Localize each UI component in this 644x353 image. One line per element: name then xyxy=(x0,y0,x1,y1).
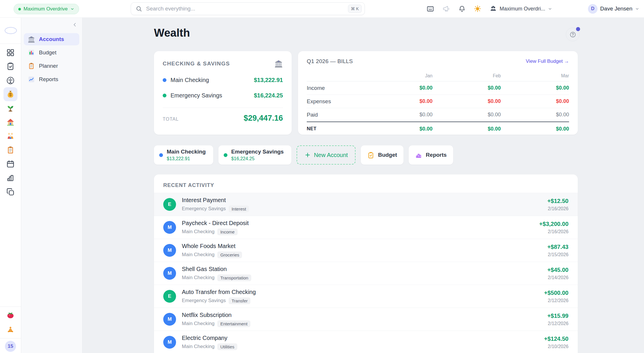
global-search[interactable]: ⌘ K xyxy=(131,2,365,15)
budget-button[interactable]: Budget xyxy=(361,145,403,165)
bills-header-row: Jan Feb Mar xyxy=(307,69,569,81)
rail-bar-chart-icon[interactable] xyxy=(6,173,15,183)
row-label: Income xyxy=(307,85,364,91)
theme-sun-icon[interactable] xyxy=(474,5,481,13)
cell-value: $0.00 xyxy=(501,126,569,132)
transaction-amount: +$45.00 xyxy=(547,267,568,273)
sidebar: Accounts Budget Planner Reports xyxy=(21,0,82,353)
column-header: Mar xyxy=(501,73,569,79)
account-chip-main-checking[interactable]: Main Checking $13,222.91 xyxy=(154,145,213,165)
transaction-date: 2/16/2026 xyxy=(539,229,568,234)
new-account-button[interactable]: New Account xyxy=(297,145,356,165)
rail-planner-clipboard-icon[interactable] xyxy=(6,145,15,155)
transaction-account: Emergency Savings xyxy=(182,298,226,304)
plus-icon xyxy=(304,152,311,158)
sidebar-collapse-button[interactable] xyxy=(72,22,78,28)
account-row[interactable]: Main Checking $13,222.91 xyxy=(163,77,283,83)
bills-card: Q1 2026 — BILLS View Full Budget → Jan F… xyxy=(298,51,578,135)
help-button[interactable] xyxy=(566,28,580,41)
workspace-label: Maximum Overdrive xyxy=(24,6,68,12)
org-switcher[interactable]: Maximum Overdri... xyxy=(489,5,552,13)
rail-wealth-moneybag-icon[interactable] xyxy=(3,87,17,101)
sidebar-item-planner[interactable]: Planner xyxy=(24,60,79,72)
icon-rail: 15 xyxy=(0,0,21,353)
rail-accessibility-icon[interactable] xyxy=(6,76,15,85)
rail-growth-seedling-icon[interactable] xyxy=(6,104,15,113)
column-header: Jan xyxy=(364,73,433,79)
workspace-pill[interactable]: Maximum Overdrive xyxy=(14,4,79,14)
column-header: Feb xyxy=(433,73,501,79)
reports-label: Reports xyxy=(426,152,447,158)
transaction-amount: +$500.00 xyxy=(544,290,568,296)
sidebar-nav: Accounts Budget Planner Reports xyxy=(24,33,79,87)
notifications-bell-icon[interactable] xyxy=(458,5,466,13)
account-avatar: M xyxy=(163,221,176,234)
category-tag: Transfer xyxy=(229,297,250,304)
row-label: Expenses xyxy=(307,98,364,105)
budget-chart-icon xyxy=(28,49,35,56)
rail-dashboard-grid-icon[interactable] xyxy=(6,48,15,57)
transaction-account: Main Checking xyxy=(182,344,214,350)
transaction-date: 2/10/2026 xyxy=(544,344,568,349)
account-balance: $16,224.25 xyxy=(231,156,284,161)
account-color-dot xyxy=(163,78,166,82)
sidebar-item-label: Reports xyxy=(39,76,58,83)
rail-calendar-icon[interactable] xyxy=(6,159,15,169)
megaphone-icon[interactable] xyxy=(442,5,450,13)
transaction-title: Whole Foods Market xyxy=(182,243,242,249)
sidebar-item-budget[interactable]: Budget xyxy=(24,47,79,59)
user-name: Dave Jensen xyxy=(600,6,632,12)
search-icon xyxy=(136,6,142,12)
transaction-amount: +$3,200.00 xyxy=(539,221,568,227)
transaction-account: Main Checking xyxy=(182,275,214,281)
account-avatar: E xyxy=(163,290,176,303)
reports-bars-icon xyxy=(415,151,422,159)
activity-row[interactable]: M Shell Gas Station Main Checking Transp… xyxy=(154,262,578,285)
checking-savings-card: CHECKING & SAVINGS Main Checking $13,222… xyxy=(154,51,292,135)
bills-row-income: Income $0.00 $0.00 $0.00 xyxy=(307,81,569,95)
rail-copy-pages-icon[interactable] xyxy=(6,187,15,197)
activity-row[interactable]: E Interest Payment Emergency Savings Int… xyxy=(154,193,578,216)
transaction-date: 2/14/2026 xyxy=(547,275,568,280)
recent-activity-card: RECENT ACTIVITY E Interest Payment Emerg… xyxy=(154,174,578,353)
activity-row[interactable]: M Whole Foods Market Main Checking Groce… xyxy=(154,239,578,262)
transaction-date: 2/15/2026 xyxy=(547,252,568,257)
search-input[interactable] xyxy=(146,5,348,12)
account-chip-emergency-savings[interactable]: Emergency Savings $16,224.25 xyxy=(218,145,291,165)
activity-row[interactable]: M Electric Company Main Checking Utiliti… xyxy=(154,331,578,353)
divider xyxy=(163,108,283,108)
page-title: Wealth xyxy=(154,27,190,39)
bank-icon xyxy=(274,59,283,68)
sidebar-item-accounts[interactable]: Accounts xyxy=(24,33,79,45)
account-row[interactable]: Emergency Savings $16,224.25 xyxy=(163,92,283,99)
account-balance: $13,222.91 xyxy=(254,77,283,83)
transaction-amount: +$87.43 xyxy=(547,244,568,250)
top-header: Maximum Overdrive ⌘ K xyxy=(0,0,644,18)
rail-family-icon[interactable] xyxy=(6,131,15,141)
rail-count-badge[interactable]: 15 xyxy=(5,341,16,352)
category-tag: Income xyxy=(217,229,237,235)
transaction-title: Auto Transfer from Checking xyxy=(182,289,256,295)
transaction-amount: +$12.50 xyxy=(547,198,568,204)
reports-button[interactable]: Reports xyxy=(409,145,453,165)
rail-home-icon[interactable] xyxy=(6,117,15,127)
keyboard-icon[interactable] xyxy=(426,5,434,13)
bills-row-expenses: Expenses $0.00 $0.00 $0.00 xyxy=(307,95,569,108)
view-full-budget-link[interactable]: View Full Budget → xyxy=(526,58,569,64)
sidebar-item-reports[interactable]: Reports xyxy=(24,73,79,85)
cell-value: $0.00 xyxy=(501,98,569,104)
rail-meditation-icon[interactable] xyxy=(6,325,15,335)
user-menu[interactable]: D Dave Jensen xyxy=(588,4,639,14)
rail-pomodoro-tomato-icon[interactable] xyxy=(6,310,15,320)
row-label: Paid xyxy=(307,112,364,118)
transaction-account: Main Checking xyxy=(182,321,214,327)
activity-row[interactable]: E Auto Transfer from Checking Emergency … xyxy=(154,285,578,308)
activity-row[interactable]: M Paycheck - Direct Deposit Main Checkin… xyxy=(154,216,578,239)
bills-title: Q1 2026 — BILLS xyxy=(307,58,353,65)
cell-value: $0.00 xyxy=(501,112,569,118)
rail-tasks-clipboard-icon[interactable] xyxy=(6,62,15,71)
account-avatar: M xyxy=(163,267,176,280)
search-shortcut-badge: ⌘ K xyxy=(348,5,362,13)
category-tag: Transportation xyxy=(217,274,251,281)
activity-row[interactable]: M Netflix Subscription Main Checking Ent… xyxy=(154,308,578,331)
